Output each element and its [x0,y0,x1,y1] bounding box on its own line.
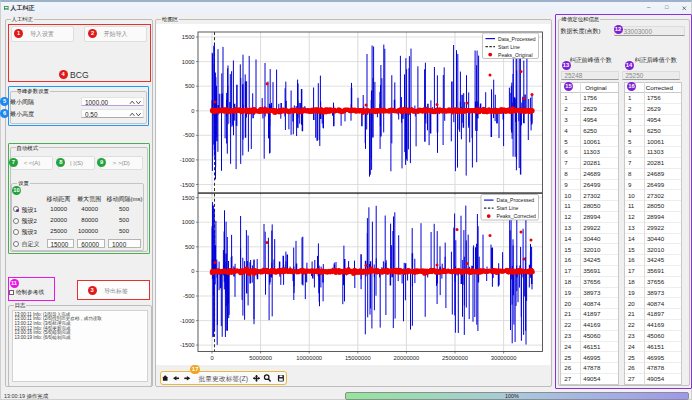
svg-text:30000000: 30000000 [491,355,517,361]
svg-text:0: 0 [210,355,213,361]
svg-text:1000: 1000 [182,59,195,65]
svg-text:-1000: -1000 [180,157,195,163]
svg-text:25000000: 25000000 [442,355,468,361]
svg-text:Data_Processed: Data_Processed [498,36,536,42]
svg-text:500: 500 [185,83,195,89]
svg-text:-1500: -1500 [180,342,195,348]
svg-text:Peaks_Corrected: Peaks_Corrected [497,213,537,219]
svg-text:-1500: -1500 [180,182,195,188]
svg-text:20000000: 20000000 [394,355,420,361]
svg-text:-1000: -1000 [180,318,195,324]
svg-text:Data_Processed: Data_Processed [497,197,535,203]
svg-text:Start Line: Start Line [497,205,519,211]
svg-text:500: 500 [185,244,195,250]
svg-text:0: 0 [191,268,194,274]
svg-text:-500: -500 [183,293,195,299]
svg-text:0: 0 [191,108,194,114]
svg-text:1000: 1000 [182,219,195,225]
svg-text:10000000: 10000000 [296,355,322,361]
svg-text:-500: -500 [183,132,195,138]
svg-text:15000000: 15000000 [345,355,371,361]
svg-text:Peaks_Original: Peaks_Original [498,52,533,58]
svg-text:1500: 1500 [182,34,195,40]
svg-text:1500: 1500 [182,195,195,201]
svg-text:Start Line: Start Line [498,44,520,50]
svg-text:5000000: 5000000 [249,355,272,361]
